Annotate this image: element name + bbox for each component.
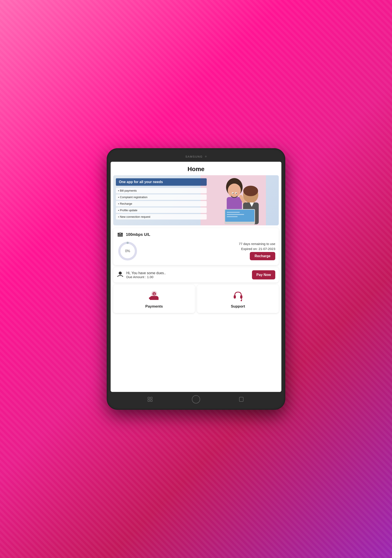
payments-label: Payments: [145, 304, 163, 309]
package-icon: [117, 231, 124, 238]
support-label: Support: [231, 304, 245, 309]
svg-point-25: [119, 272, 122, 275]
svg-rect-36: [151, 397, 152, 399]
nav-recent-button[interactable]: [237, 396, 246, 402]
home-circle: [192, 395, 200, 403]
svg-point-33: [241, 300, 242, 301]
list-item-complaint: Complaint registration: [116, 194, 207, 200]
due-amount: Due Amount : 1.00: [126, 275, 249, 279]
svg-point-6: [243, 186, 258, 196]
user-icon: [117, 271, 124, 279]
svg-rect-11: [227, 212, 240, 213]
nav-home-button[interactable]: [192, 396, 200, 402]
tablet-bottom-bar: [111, 393, 281, 406]
payments-tile[interactable]: $ Payments: [113, 285, 195, 313]
nav-back-button[interactable]: [146, 396, 155, 402]
svg-point-17: [236, 193, 237, 194]
svg-rect-38: [239, 397, 243, 401]
support-tile[interactable]: Support: [197, 285, 279, 313]
dues-card: Hi, You have some dues.. Due Amount : 1.…: [113, 267, 279, 282]
svg-point-2: [228, 183, 241, 198]
tablet-top-bar: SAMSUNG: [111, 152, 281, 161]
svg-rect-35: [148, 400, 150, 401]
screen-content: Home One app for all your needs Bill pay…: [111, 162, 281, 392]
svg-rect-37: [151, 400, 152, 401]
svg-rect-30: [149, 297, 151, 299]
usage-header: 100mbps U/L: [117, 231, 275, 238]
svg-rect-12: [227, 214, 244, 215]
days-remaining: 77 days remaining to use: [239, 242, 275, 246]
page-title: Home: [111, 162, 281, 175]
list-item-bill: Bill payments: [116, 188, 207, 193]
list-item-profile: Profile update: [116, 208, 207, 213]
usage-card: 100mbps U/L 0% 77 days remaining to use …: [113, 228, 279, 265]
service-grid: $ Payments: [113, 285, 279, 313]
list-item-recharge: Recharge: [116, 201, 207, 206]
svg-rect-21: [119, 234, 121, 234]
banner-slogan: One app for all your needs: [116, 178, 207, 186]
dues-text: Hi, You have some dues.. Due Amount : 1.…: [126, 271, 249, 279]
brand-label: SAMSUNG: [185, 155, 203, 158]
svg-point-16: [233, 193, 233, 194]
dues-greeting: Hi, You have some dues..: [126, 271, 249, 275]
tablet-device: SAMSUNG Home One app for all your needs …: [107, 148, 285, 410]
camera-dot: [205, 156, 207, 157]
support-icon: [231, 289, 245, 302]
svg-rect-13: [227, 216, 238, 217]
payments-icon: $: [148, 289, 161, 302]
svg-rect-31: [234, 295, 236, 299]
tablet-screen: Home One app for all your needs Bill pay…: [111, 162, 281, 392]
plan-name: 100mbps U/L: [126, 232, 150, 237]
promo-banner: One app for all your needs Bill payments…: [113, 175, 279, 225]
svg-text:$: $: [153, 293, 155, 295]
svg-rect-10: [225, 210, 254, 222]
pay-now-button[interactable]: Pay Now: [252, 270, 275, 279]
svg-rect-20: [119, 232, 121, 233]
expiry-date: Expired on: 21-07-2023: [241, 247, 275, 251]
recharge-button[interactable]: Recharge: [250, 252, 275, 260]
usage-body: 0% 77 days remaining to use Expired on: …: [117, 240, 275, 262]
usage-info: 77 days remaining to use Expired on: 21-…: [142, 242, 275, 260]
list-item-connection: New connection request: [116, 214, 207, 219]
banner-feature-list: Bill payments Complaint registration Rec…: [116, 188, 207, 219]
banner-left: One app for all your needs Bill payments…: [113, 175, 209, 225]
donut-label: 0%: [125, 249, 130, 253]
svg-rect-34: [148, 397, 150, 399]
donut-chart: 0%: [117, 240, 138, 262]
